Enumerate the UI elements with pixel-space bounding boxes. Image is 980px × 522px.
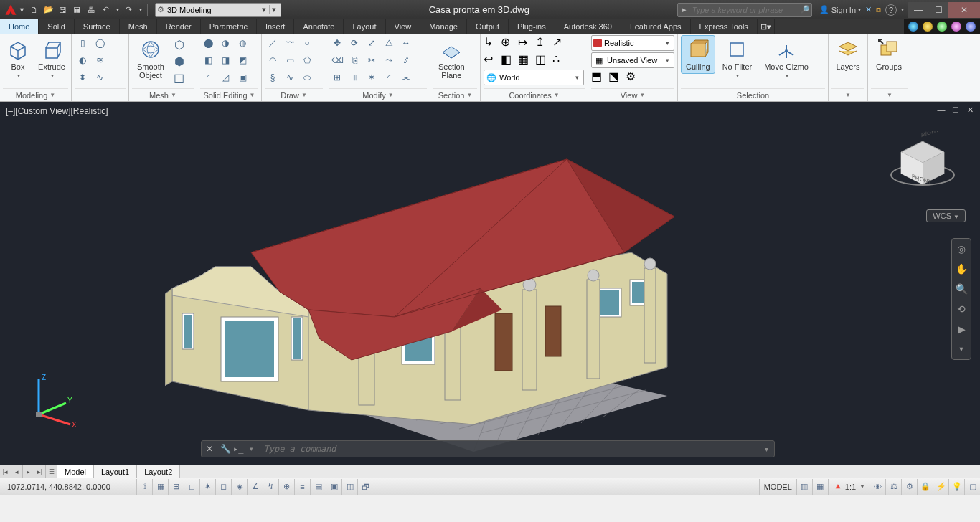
exchange-apps-icon[interactable]: ✕	[865, 5, 872, 14]
view-top-icon[interactable]: ⬒	[591, 70, 607, 85]
ucs-icon[interactable]: Z Y X	[24, 371, 82, 429]
search-input[interactable]	[691, 4, 798, 16]
tab-expresstools[interactable]: Express Tools	[691, 19, 758, 34]
help-icon[interactable]: ?	[885, 4, 897, 16]
showmotion-icon[interactable]: ▶	[954, 322, 969, 336]
quickview-layouts-icon[interactable]: ▥	[796, 479, 812, 495]
chevron-down-icon[interactable]: ▾	[259, 5, 269, 14]
qat-new-icon[interactable]: 🗋	[28, 4, 41, 16]
grid-icon[interactable]: ⊞	[168, 479, 184, 495]
infocenter-search[interactable]: ▸ 🔎	[677, 3, 812, 17]
circle-icon[interactable]: ○	[299, 35, 315, 51]
extrudeface-icon[interactable]: ◧	[200, 52, 216, 68]
spline-icon[interactable]: ∿	[282, 70, 298, 85]
ucs-view-icon[interactable]: ▦	[518, 52, 534, 68]
qat-undo-dd-icon[interactable]: ▾	[114, 4, 121, 16]
union-icon[interactable]: ⬤	[200, 35, 216, 51]
sun-icon[interactable]	[923, 22, 933, 32]
qat-redo-icon[interactable]: ↷	[123, 4, 136, 16]
cmdline-close-icon[interactable]: ✕	[202, 444, 217, 454]
lwt-icon[interactable]: ≡	[294, 479, 310, 495]
materials-icon[interactable]	[937, 22, 947, 32]
qp-icon[interactable]: ▣	[326, 479, 341, 495]
qat-redo-dd-icon[interactable]: ▾	[137, 4, 144, 16]
3dosnap-icon[interactable]: ◈	[231, 479, 247, 495]
search-icon[interactable]: 🔎	[798, 5, 811, 14]
subtract-icon[interactable]: ◑	[217, 35, 233, 51]
array-icon[interactable]: ⊞	[329, 70, 345, 85]
intersect-icon[interactable]: ◍	[235, 35, 250, 51]
ucs-y-icon[interactable]: ↥	[535, 35, 551, 51]
ucs-icon[interactable]: ↳	[484, 35, 499, 51]
isolate-objects-icon[interactable]: 💡	[948, 479, 964, 495]
annotation-scale[interactable]: 🔺1:1▼	[828, 479, 870, 495]
mesh-refine-icon[interactable]: ◫	[171, 70, 187, 85]
pline-icon[interactable]: 〰	[282, 35, 298, 51]
stretch-icon[interactable]: ↔	[398, 35, 414, 51]
ucs-prev-icon[interactable]: ↩	[484, 52, 499, 68]
shell-icon[interactable]: ▣	[235, 70, 250, 85]
visual-style-combo[interactable]: Realistic ▾	[591, 35, 674, 51]
ducs-icon[interactable]: ↯	[263, 479, 278, 495]
view-iso-icon[interactable]: ⬔	[608, 70, 624, 85]
saved-view-combo[interactable]: ▦ Unsaved View ▾	[591, 52, 674, 68]
navbar-dd-icon[interactable]: ▼	[954, 342, 969, 356]
layout-tab-1[interactable]: Layout1	[94, 465, 137, 478]
move-icon[interactable]: ✥	[329, 35, 345, 51]
workspace-switcher[interactable]: ⚙ ▾ ▾	[155, 3, 281, 17]
orbit-icon[interactable]: ⟲	[954, 302, 969, 316]
sc-icon[interactable]: ◫	[341, 479, 357, 495]
taperface-icon[interactable]: ◩	[235, 52, 250, 68]
view-cube[interactable]: FRONT RIGHT	[887, 130, 958, 198]
chamfer-icon[interactable]: ◿	[217, 70, 233, 85]
box-button[interactable]: Box▾	[3, 35, 33, 82]
mesh-more-icon[interactable]: ⬡	[171, 37, 187, 52]
culling-button[interactable]: Culling	[681, 35, 715, 74]
offset-icon[interactable]: ⫽	[398, 52, 414, 68]
command-input[interactable]	[259, 444, 758, 454]
polysolid-icon[interactable]: ▯	[75, 35, 90, 51]
gizmo-button[interactable]: Move Gizmo▾	[759, 35, 814, 82]
tab-view[interactable]: View	[386, 19, 421, 34]
annotation-autoscale-icon[interactable]: ⚖	[885, 479, 901, 495]
nofilter-button[interactable]: No Filter▾	[717, 35, 758, 82]
tab-home[interactable]: Home	[0, 19, 39, 34]
ucs-obj-icon[interactable]: ◫	[535, 52, 551, 68]
ucs-face-icon[interactable]: ◧	[501, 52, 517, 68]
dyn-icon[interactable]: ⊕	[278, 479, 294, 495]
snap-icon[interactable]: ▦	[152, 479, 168, 495]
infer-constraints-icon[interactable]: ⟟	[136, 479, 152, 495]
ucs-3p-icon[interactable]: ∴	[552, 52, 568, 68]
workspace-switch-icon[interactable]: ⚙	[901, 479, 917, 495]
layout-last-icon[interactable]: ▸|	[34, 465, 46, 478]
cmdline-customize-icon[interactable]: 🔧	[217, 444, 233, 454]
cylinder-icon[interactable]: ◯	[92, 35, 108, 51]
join-icon[interactable]: ⫘	[398, 70, 414, 85]
tab-output[interactable]: Output	[467, 19, 509, 34]
command-line[interactable]: ✕ 🔧 ▸_ ▾ ▾	[201, 440, 775, 457]
extend-icon[interactable]: ⤳	[381, 52, 397, 68]
qat-open-icon[interactable]: 📂	[42, 4, 55, 16]
polar-icon[interactable]: ✶	[199, 479, 215, 495]
qat-undo-icon[interactable]: ↶	[100, 4, 113, 16]
trim-icon[interactable]: ✂	[364, 52, 380, 68]
stay-connected-icon[interactable]: ⧈	[876, 5, 881, 14]
maximize-button[interactable]: ☐	[928, 2, 948, 18]
tab-render[interactable]: Render	[157, 19, 201, 34]
tab-manage[interactable]: Manage	[420, 19, 467, 34]
vp-close-icon[interactable]: ✕	[964, 105, 976, 115]
tab-focus-icon[interactable]: ⊡▾	[758, 19, 775, 34]
qat-save-icon[interactable]: 🖫	[57, 4, 70, 16]
layout-list-icon[interactable]: ☰	[46, 465, 57, 478]
fillet2d-icon[interactable]: ◜	[381, 70, 397, 85]
globe-icon[interactable]	[908, 22, 918, 32]
tab-layout[interactable]: Layout	[344, 19, 385, 34]
tab-insert[interactable]: Insert	[257, 19, 295, 34]
scale-icon[interactable]: ⤢	[364, 35, 380, 51]
hardware-accel-icon[interactable]: ⚡	[933, 479, 948, 495]
erase-icon[interactable]: ⌫	[329, 52, 345, 68]
offsetface-icon[interactable]: ◨	[217, 52, 233, 68]
layout-next-icon[interactable]: ▸	[23, 465, 34, 478]
layers-button[interactable]: Layers	[831, 35, 864, 74]
wcs-badge[interactable]: WCS ▼	[926, 209, 966, 222]
